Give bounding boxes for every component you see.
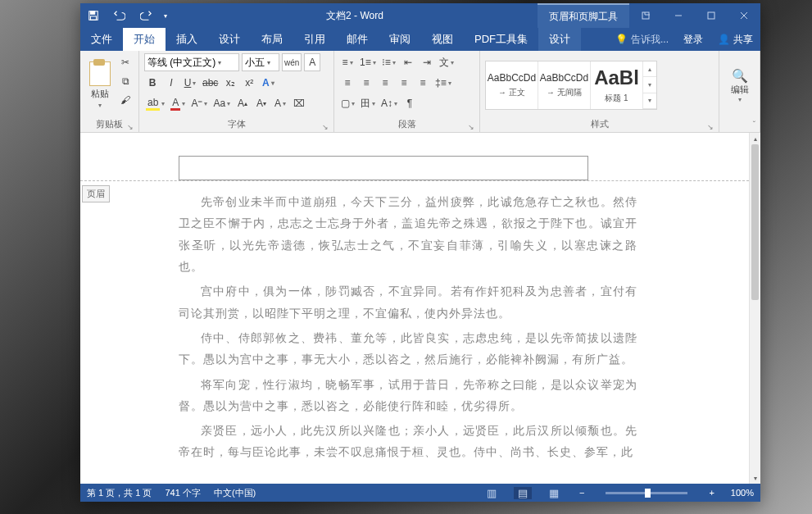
change-case-button[interactable]: A [272, 94, 288, 112]
zoom-out-button[interactable]: − [576, 488, 587, 498]
header-separator [80, 180, 749, 181]
tell-me-search[interactable]: 💡告诉我... [608, 28, 676, 51]
increase-indent-button[interactable]: ⇥ [419, 53, 435, 71]
styles-launcher[interactable]: ↘ [705, 121, 715, 130]
undo-button[interactable] [107, 3, 133, 28]
bulb-icon: 💡 [615, 34, 628, 45]
paste-button[interactable]: 粘贴 ▾ [85, 53, 114, 117]
superscript-button[interactable]: x² [241, 74, 257, 92]
minimize-button[interactable] [662, 3, 695, 28]
borders-button[interactable]: 田 [359, 94, 377, 112]
numbering-button[interactable]: 1≡ [358, 53, 378, 71]
login-button[interactable]: 登录 [676, 28, 710, 51]
bullets-button[interactable]: ≡ [339, 53, 356, 71]
format-painter-button[interactable]: 🖌 [117, 91, 134, 109]
multilevel-button[interactable]: ⁝≡ [380, 53, 397, 71]
zoom-slider[interactable] [606, 492, 687, 494]
share-button[interactable]: 👤共享 [710, 28, 760, 51]
highlight-button[interactable]: ab [144, 94, 166, 112]
cut-button[interactable]: ✂ [117, 53, 134, 71]
align-distribute-button[interactable]: ≡ [415, 74, 431, 92]
shrink-font-button[interactable]: A▾ [253, 94, 270, 112]
line-spacing-button[interactable]: ‡≡ [433, 74, 453, 92]
font-launcher[interactable]: ↘ [320, 121, 330, 130]
asian-layout-button[interactable]: 文 [438, 53, 456, 71]
zoom-in-button[interactable]: + [705, 488, 717, 498]
grow-font-button[interactable]: A▴ [234, 94, 251, 112]
tab-file[interactable]: 文件 [80, 28, 123, 51]
close-button[interactable] [728, 3, 760, 28]
italic-button[interactable]: I [163, 74, 179, 92]
tab-home[interactable]: 开始 [123, 28, 166, 51]
enclose-button[interactable]: Aa [211, 94, 232, 112]
show-marks-button[interactable]: ¶ [401, 94, 418, 112]
redo-button[interactable] [133, 3, 159, 28]
paragraph[interactable]: 先帝创业未半而中道崩殂，今天下三分，益州疲弊，此诚危急存亡之秋也。然侍卫之臣不懈… [179, 192, 637, 278]
ribbon: 粘贴 ▾ ✂ ⧉ 🖌 剪贴板↘ 等线 (中文正文)▾ 小五▾ wén A [80, 51, 760, 133]
align-left-button[interactable]: ≡ [339, 74, 356, 92]
copy-button[interactable]: ⧉ [117, 72, 134, 90]
paragraph-launcher[interactable]: ↘ [466, 121, 476, 130]
vertical-scrollbar[interactable]: ▴ ▾ [749, 133, 760, 484]
strikethrough-button[interactable]: abc [201, 74, 220, 92]
styles-up[interactable]: ▴ [643, 61, 656, 77]
view-read-mode[interactable]: ▥ [483, 487, 501, 499]
styles-down[interactable]: ▾ [643, 77, 656, 93]
styles-more[interactable]: ▾ [643, 93, 656, 109]
tab-view[interactable]: 视图 [421, 28, 464, 51]
style-no-spacing[interactable]: AaBbCcDd→ 无间隔 [538, 61, 591, 109]
status-words[interactable]: 741 个字 [165, 487, 200, 499]
subscript-button[interactable]: x₂ [222, 74, 238, 92]
view-print-layout[interactable]: ▤ [514, 487, 532, 499]
phonetic-guide-button[interactable]: wén [282, 53, 302, 71]
status-language[interactable]: 中文(中国) [214, 487, 256, 499]
tab-header-footer-design[interactable]: 设计 [538, 28, 581, 51]
style-normal[interactable]: AaBbCcDd→ 正文 [486, 61, 538, 109]
clipboard-launcher[interactable]: ↘ [125, 121, 135, 130]
scroll-down-button[interactable]: ▾ [750, 472, 760, 484]
save-button[interactable] [80, 3, 107, 28]
document-area[interactable]: 页眉 先帝创业未半而中道崩殂，今天下三分，益州疲弊，此诚危急存亡之秋也。然侍卫之… [80, 133, 760, 484]
svg-rect-5 [708, 12, 714, 19]
sort-button[interactable]: A↕ [379, 94, 399, 112]
tab-references[interactable]: 引用 [293, 28, 336, 51]
paragraph[interactable]: 侍中、侍郎郭攸之、费祎、董允等，此皆良实，志虑忠纯，是以先帝简拔以遗陛下。愚以为… [179, 328, 637, 371]
tab-design[interactable]: 设计 [208, 28, 251, 51]
font-family-select[interactable]: 等线 (中文正文)▾ [144, 53, 239, 71]
tab-insert[interactable]: 插入 [166, 28, 208, 51]
paragraph[interactable]: 将军向宠，性行淑均，晓畅军事，试用于昔日，先帝称之曰能，是以众议举宠为督。愚以为… [179, 375, 637, 418]
tab-review[interactable]: 审阅 [379, 28, 421, 51]
align-justify-button[interactable]: ≡ [396, 74, 412, 92]
share-icon: 👤 [718, 34, 730, 45]
page-header-box[interactable] [179, 156, 588, 180]
find-button[interactable]: 🔍 编辑 ▾ [724, 68, 755, 103]
char-shading-button[interactable]: A⁼ [189, 94, 209, 112]
zoom-slider-thumb[interactable] [645, 489, 651, 498]
char-border-button[interactable]: A [304, 53, 320, 71]
paragraph[interactable]: 宫中府中，俱为一体，陟罚臧否，不宜异同。若有作奸犯科及为忠善者，宜付有司论其刑赏… [179, 281, 637, 325]
tab-pdf[interactable]: PDF工具集 [464, 28, 538, 51]
qat-customize[interactable]: ▾ [159, 3, 172, 28]
decrease-indent-button[interactable]: ⇤ [400, 53, 416, 71]
text-effects-button[interactable]: A [260, 74, 276, 92]
tab-layout[interactable]: 布局 [251, 28, 293, 51]
bold-button[interactable]: B [144, 74, 161, 92]
collapse-ribbon-button[interactable]: ˇ [753, 121, 755, 130]
shading-button[interactable]: ▢ [339, 94, 356, 112]
scroll-thumb[interactable] [751, 144, 759, 300]
clear-formatting-button[interactable]: ⌧ [291, 94, 307, 112]
font-color-button[interactable]: A [169, 94, 187, 112]
align-center-button[interactable]: ≡ [358, 74, 374, 92]
maximize-button[interactable] [695, 3, 728, 28]
paragraph[interactable]: 亲贤臣，远小人，此先汉所以兴隆也；亲小人，远贤臣，此后汉所以倾颓也。先帝在时，每… [179, 421, 637, 464]
tab-mailings[interactable]: 邮件 [336, 28, 379, 51]
zoom-level[interactable]: 100% [731, 488, 754, 498]
status-page[interactable]: 第 1 页，共 1 页 [87, 487, 152, 499]
ribbon-display-options[interactable] [629, 3, 662, 28]
view-web-layout[interactable]: ▦ [545, 487, 563, 499]
scroll-up-button[interactable]: ▴ [750, 133, 760, 144]
font-size-select[interactable]: 小五▾ [242, 53, 279, 71]
align-right-button[interactable]: ≡ [377, 74, 393, 92]
style-heading1[interactable]: AaBl标题 1 [591, 61, 643, 109]
underline-button[interactable]: U [182, 74, 198, 92]
